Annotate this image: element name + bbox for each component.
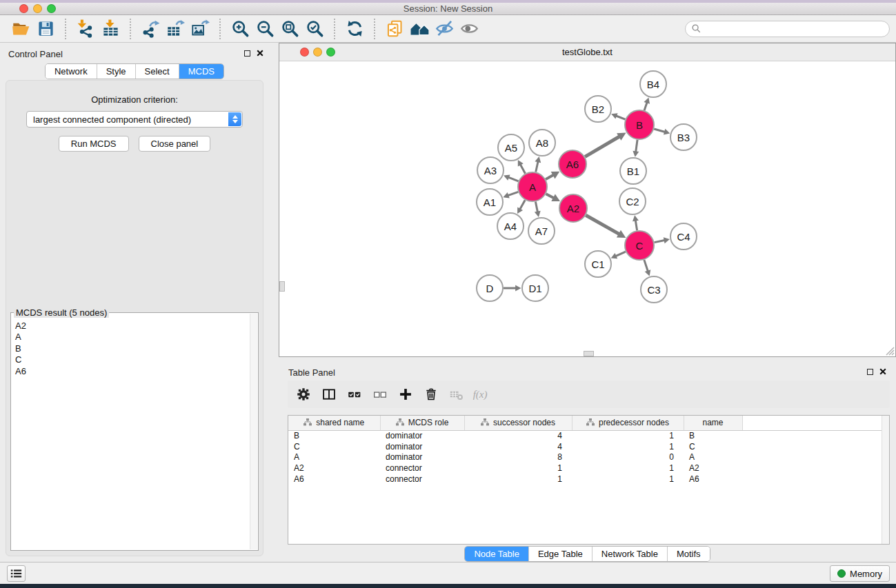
graph-edge-B-B1[interactable] — [636, 140, 637, 152]
mcds-result-item[interactable]: A — [15, 332, 250, 343]
table-row[interactable]: Adominator80A — [288, 452, 889, 463]
graph-edge-A-A6[interactable] — [546, 175, 553, 179]
table-cell[interactable]: connector — [380, 463, 464, 474]
app-titlebar[interactable]: Session: New Session — [0, 3, 896, 15]
select-stepper-icon[interactable] — [228, 112, 241, 126]
canvas-v-scroll-handle[interactable] — [279, 281, 285, 292]
network-maximize-button[interactable] — [326, 48, 335, 57]
table-cell[interactable]: A6 — [288, 474, 380, 485]
export-image-button[interactable] — [188, 18, 212, 40]
graph-edge-A-A7[interactable] — [535, 202, 537, 212]
table-cell[interactable]: C — [288, 441, 380, 452]
graph-edge-C-C2[interactable] — [635, 221, 637, 231]
table-cell[interactable]: A2 — [684, 463, 742, 474]
hide-graphics-button[interactable] — [432, 18, 457, 40]
graph-edge-C-C3[interactable] — [644, 260, 648, 272]
table-cell[interactable]: dominator — [380, 441, 464, 452]
show-graphics-button[interactable] — [457, 18, 481, 40]
graph-edge-B-B3[interactable] — [654, 129, 665, 132]
zoom-selected-button[interactable] — [302, 18, 327, 40]
mcds-result-item[interactable]: C — [15, 354, 250, 365]
table-cell[interactable]: 1 — [572, 463, 684, 474]
search-box[interactable] — [685, 21, 890, 37]
clear-selection-button[interactable] — [370, 384, 390, 405]
select-all-button[interactable] — [344, 384, 365, 405]
tab-network[interactable]: Network — [46, 64, 97, 79]
graph-edge-A-A2[interactable] — [546, 194, 553, 198]
graph-edge-C-C1[interactable] — [615, 252, 625, 256]
table-cell[interactable]: 4 — [464, 430, 572, 441]
canvas-h-scroll-handle[interactable] — [584, 351, 594, 356]
export-table-button[interactable] — [163, 18, 188, 40]
column-header-mcds-role[interactable]: MCDS role — [380, 416, 464, 430]
table-cell[interactable]: connector — [380, 474, 464, 485]
table-cell[interactable]: A — [684, 452, 742, 463]
mcds-result-scrollbar[interactable] — [250, 314, 257, 549]
search-input[interactable] — [705, 23, 884, 35]
mcds-result-item[interactable]: A2 — [15, 321, 250, 332]
tab-motifs[interactable]: Motifs — [667, 547, 710, 561]
table-cell[interactable]: dominator — [380, 452, 464, 463]
graph-edge-B-B2[interactable] — [616, 116, 625, 119]
criterion-select[interactable]: largest connected component (directed) — [26, 111, 243, 128]
window-resize-grip[interactable] — [884, 345, 895, 356]
settings-button[interactable] — [293, 384, 314, 405]
zoom-fit-button[interactable] — [277, 18, 302, 40]
table-row[interactable]: A2connector11A2 — [288, 463, 889, 474]
table-cell[interactable]: 1 — [464, 474, 572, 485]
column-header-shared-name[interactable]: shared name — [288, 416, 380, 430]
table-cell[interactable]: 0 — [572, 452, 684, 463]
table-cell[interactable]: A2 — [288, 463, 380, 474]
table-cell[interactable]: 4 — [464, 441, 572, 452]
graph-edge-A-A3[interactable] — [508, 177, 519, 181]
memory-button[interactable]: Memory — [830, 565, 890, 582]
column-header-predecessor-nodes[interactable]: predecessor nodes — [572, 416, 684, 430]
table-cell[interactable]: C — [684, 441, 742, 452]
table-cell[interactable]: A6 — [684, 474, 742, 485]
mcds-result-item[interactable]: B — [15, 343, 250, 354]
table-cell[interactable]: B — [288, 430, 380, 441]
export-network-button[interactable] — [138, 18, 163, 40]
graph-edge-B-B4[interactable] — [644, 102, 647, 110]
open-session-button[interactable] — [8, 18, 33, 40]
table-row[interactable]: A6connector11A6 — [288, 474, 889, 485]
table-cell[interactable]: 1 — [464, 463, 572, 474]
column-header-name[interactable]: name — [684, 416, 742, 430]
import-network-button[interactable] — [73, 18, 98, 40]
tab-style[interactable]: Style — [97, 64, 135, 79]
clone-network-button[interactable] — [382, 18, 407, 40]
table-cell[interactable]: 1 — [572, 474, 684, 485]
network-minimize-button[interactable] — [313, 48, 322, 57]
table-scrollbar[interactable] — [882, 416, 889, 544]
graph-edge-A2-C[interactable] — [586, 215, 619, 234]
minimize-window-button[interactable] — [33, 4, 42, 13]
table-float-panel-icon[interactable] — [867, 369, 873, 375]
table-row[interactable]: Bdominator41B — [288, 430, 889, 441]
tab-edge-table[interactable]: Edge Table — [528, 547, 592, 561]
mcds-result-item[interactable]: A6 — [15, 366, 250, 377]
save-session-button[interactable] — [33, 18, 58, 40]
zoom-out-button[interactable] — [252, 18, 277, 40]
close-window-button[interactable] — [19, 4, 28, 13]
close-panel-icon[interactable] — [257, 50, 263, 57]
table-cell[interactable]: B — [684, 430, 742, 441]
column-header-successor-nodes[interactable]: successor nodes — [464, 416, 572, 430]
table-cell[interactable]: 8 — [464, 452, 572, 463]
refresh-button[interactable] — [342, 18, 367, 40]
float-panel-icon[interactable] — [244, 50, 250, 57]
automation-panel-button[interactable] — [7, 565, 26, 582]
table-cell[interactable]: dominator — [380, 430, 464, 441]
graph-edge-A-A4[interactable] — [520, 200, 526, 209]
run-mcds-button[interactable]: Run MCDS — [59, 136, 129, 152]
network-canvas[interactable]: AA1A3A5A8A4A7A6A2BB2B4B3B1CC2C4C1C3DD1 — [279, 61, 895, 356]
home-button[interactable] — [407, 18, 432, 40]
table-close-panel-icon[interactable] — [879, 368, 886, 375]
graph-edge-A-A1[interactable] — [508, 192, 518, 195]
tab-network-table[interactable]: Network Table — [592, 547, 667, 561]
add-column-button[interactable] — [395, 384, 416, 405]
tab-mcds[interactable]: MCDS — [179, 64, 223, 79]
graph-edge-A-A8[interactable] — [536, 161, 538, 172]
graph-edge-A-A5[interactable] — [520, 165, 525, 174]
tab-select[interactable]: Select — [135, 64, 179, 79]
tab-node-table[interactable]: Node Table — [465, 547, 528, 561]
